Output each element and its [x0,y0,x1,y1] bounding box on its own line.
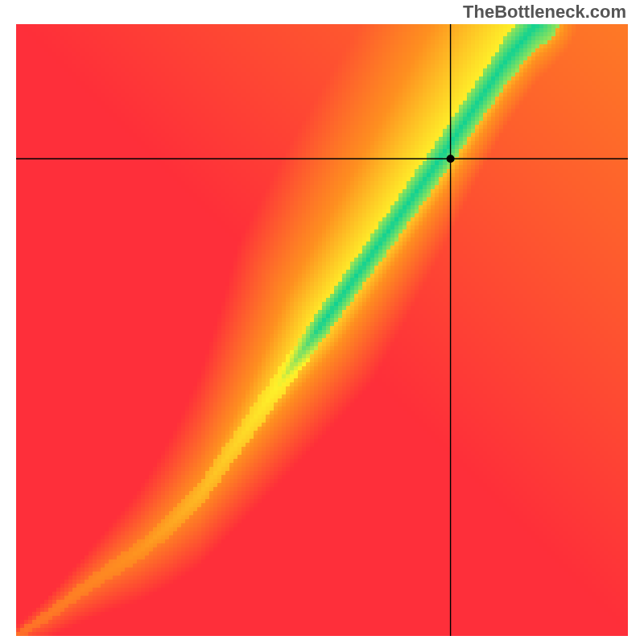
watermark-text: TheBottleneck.com [463,2,626,23]
bottleneck-heatmap: TheBottleneck.com [0,0,644,644]
heatmap-canvas [0,0,644,644]
